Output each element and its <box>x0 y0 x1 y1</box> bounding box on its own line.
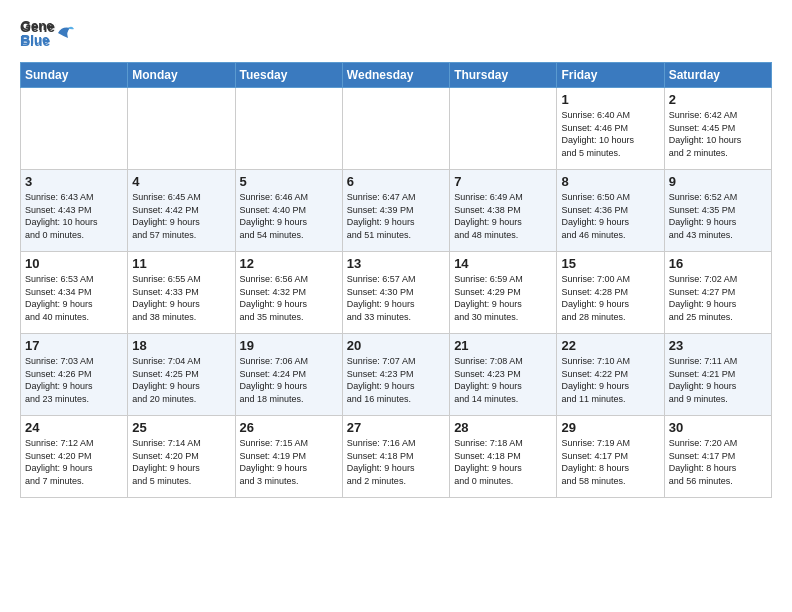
day-info: Sunrise: 7:02 AM Sunset: 4:27 PM Dayligh… <box>669 273 767 323</box>
day-cell: 10Sunrise: 6:53 AM Sunset: 4:34 PM Dayli… <box>21 252 128 334</box>
header-cell-saturday: Saturday <box>664 63 771 88</box>
day-info: Sunrise: 6:50 AM Sunset: 4:36 PM Dayligh… <box>561 191 659 241</box>
logo: General Blue <box>20 16 74 50</box>
day-cell: 20Sunrise: 7:07 AM Sunset: 4:23 PM Dayli… <box>342 334 449 416</box>
day-cell: 19Sunrise: 7:06 AM Sunset: 4:24 PM Dayli… <box>235 334 342 416</box>
day-cell: 7Sunrise: 6:49 AM Sunset: 4:38 PM Daylig… <box>450 170 557 252</box>
day-number: 16 <box>669 256 767 271</box>
day-cell: 2Sunrise: 6:42 AM Sunset: 4:45 PM Daylig… <box>664 88 771 170</box>
day-info: Sunrise: 7:15 AM Sunset: 4:19 PM Dayligh… <box>240 437 338 487</box>
day-cell: 15Sunrise: 7:00 AM Sunset: 4:28 PM Dayli… <box>557 252 664 334</box>
logo-blue: Blue <box>21 32 49 47</box>
day-cell: 9Sunrise: 6:52 AM Sunset: 4:35 PM Daylig… <box>664 170 771 252</box>
day-info: Sunrise: 7:14 AM Sunset: 4:20 PM Dayligh… <box>132 437 230 487</box>
day-number: 10 <box>25 256 123 271</box>
day-info: Sunrise: 7:10 AM Sunset: 4:22 PM Dayligh… <box>561 355 659 405</box>
day-info: Sunrise: 7:16 AM Sunset: 4:18 PM Dayligh… <box>347 437 445 487</box>
day-cell: 12Sunrise: 6:56 AM Sunset: 4:32 PM Dayli… <box>235 252 342 334</box>
day-info: Sunrise: 6:56 AM Sunset: 4:32 PM Dayligh… <box>240 273 338 323</box>
day-cell <box>128 88 235 170</box>
day-info: Sunrise: 6:43 AM Sunset: 4:43 PM Dayligh… <box>25 191 123 241</box>
day-number: 14 <box>454 256 552 271</box>
logo-general: General <box>21 18 54 33</box>
header-cell-sunday: Sunday <box>21 63 128 88</box>
day-number: 18 <box>132 338 230 353</box>
day-number: 11 <box>132 256 230 271</box>
day-info: Sunrise: 7:08 AM Sunset: 4:23 PM Dayligh… <box>454 355 552 405</box>
day-cell <box>21 88 128 170</box>
day-info: Sunrise: 7:18 AM Sunset: 4:18 PM Dayligh… <box>454 437 552 487</box>
week-row-5: 24Sunrise: 7:12 AM Sunset: 4:20 PM Dayli… <box>21 416 772 498</box>
day-info: Sunrise: 7:19 AM Sunset: 4:17 PM Dayligh… <box>561 437 659 487</box>
day-info: Sunrise: 7:04 AM Sunset: 4:25 PM Dayligh… <box>132 355 230 405</box>
day-cell: 5Sunrise: 6:46 AM Sunset: 4:40 PM Daylig… <box>235 170 342 252</box>
day-number: 19 <box>240 338 338 353</box>
page: General Blue SundayMondayTuesdayWednesda… <box>0 0 792 508</box>
week-row-4: 17Sunrise: 7:03 AM Sunset: 4:26 PM Dayli… <box>21 334 772 416</box>
day-number: 29 <box>561 420 659 435</box>
day-cell: 6Sunrise: 6:47 AM Sunset: 4:39 PM Daylig… <box>342 170 449 252</box>
day-info: Sunrise: 6:55 AM Sunset: 4:33 PM Dayligh… <box>132 273 230 323</box>
day-info: Sunrise: 6:45 AM Sunset: 4:42 PM Dayligh… <box>132 191 230 241</box>
day-cell: 16Sunrise: 7:02 AM Sunset: 4:27 PM Dayli… <box>664 252 771 334</box>
day-number: 6 <box>347 174 445 189</box>
day-number: 22 <box>561 338 659 353</box>
day-number: 17 <box>25 338 123 353</box>
day-cell: 13Sunrise: 6:57 AM Sunset: 4:30 PM Dayli… <box>342 252 449 334</box>
day-cell: 28Sunrise: 7:18 AM Sunset: 4:18 PM Dayli… <box>450 416 557 498</box>
day-cell: 25Sunrise: 7:14 AM Sunset: 4:20 PM Dayli… <box>128 416 235 498</box>
day-info: Sunrise: 6:59 AM Sunset: 4:29 PM Dayligh… <box>454 273 552 323</box>
day-cell <box>342 88 449 170</box>
day-info: Sunrise: 6:42 AM Sunset: 4:45 PM Dayligh… <box>669 109 767 159</box>
day-cell: 30Sunrise: 7:20 AM Sunset: 4:17 PM Dayli… <box>664 416 771 498</box>
day-number: 15 <box>561 256 659 271</box>
day-info: Sunrise: 7:12 AM Sunset: 4:20 PM Dayligh… <box>25 437 123 487</box>
day-number: 21 <box>454 338 552 353</box>
header-cell-tuesday: Tuesday <box>235 63 342 88</box>
day-info: Sunrise: 6:53 AM Sunset: 4:34 PM Dayligh… <box>25 273 123 323</box>
day-cell: 14Sunrise: 6:59 AM Sunset: 4:29 PM Dayli… <box>450 252 557 334</box>
day-cell: 29Sunrise: 7:19 AM Sunset: 4:17 PM Dayli… <box>557 416 664 498</box>
day-number: 26 <box>240 420 338 435</box>
day-number: 3 <box>25 174 123 189</box>
day-number: 1 <box>561 92 659 107</box>
day-info: Sunrise: 6:52 AM Sunset: 4:35 PM Dayligh… <box>669 191 767 241</box>
day-info: Sunrise: 6:46 AM Sunset: 4:40 PM Dayligh… <box>240 191 338 241</box>
day-number: 28 <box>454 420 552 435</box>
day-number: 2 <box>669 92 767 107</box>
day-info: Sunrise: 6:57 AM Sunset: 4:30 PM Dayligh… <box>347 273 445 323</box>
logo-bird-icon <box>56 24 74 42</box>
day-number: 7 <box>454 174 552 189</box>
calendar-table: SundayMondayTuesdayWednesdayThursdayFrid… <box>20 62 772 498</box>
day-info: Sunrise: 7:20 AM Sunset: 4:17 PM Dayligh… <box>669 437 767 487</box>
day-number: 4 <box>132 174 230 189</box>
logo-svg: General Blue <box>20 16 54 50</box>
day-cell: 8Sunrise: 6:50 AM Sunset: 4:36 PM Daylig… <box>557 170 664 252</box>
day-info: Sunrise: 6:40 AM Sunset: 4:46 PM Dayligh… <box>561 109 659 159</box>
day-number: 23 <box>669 338 767 353</box>
day-number: 8 <box>561 174 659 189</box>
day-info: Sunrise: 7:03 AM Sunset: 4:26 PM Dayligh… <box>25 355 123 405</box>
day-cell <box>235 88 342 170</box>
day-number: 25 <box>132 420 230 435</box>
day-cell: 4Sunrise: 6:45 AM Sunset: 4:42 PM Daylig… <box>128 170 235 252</box>
day-info: Sunrise: 7:00 AM Sunset: 4:28 PM Dayligh… <box>561 273 659 323</box>
day-cell: 27Sunrise: 7:16 AM Sunset: 4:18 PM Dayli… <box>342 416 449 498</box>
header-cell-wednesday: Wednesday <box>342 63 449 88</box>
header: General Blue <box>20 16 772 52</box>
day-number: 9 <box>669 174 767 189</box>
day-cell: 24Sunrise: 7:12 AM Sunset: 4:20 PM Dayli… <box>21 416 128 498</box>
day-cell: 18Sunrise: 7:04 AM Sunset: 4:25 PM Dayli… <box>128 334 235 416</box>
day-number: 5 <box>240 174 338 189</box>
day-number: 20 <box>347 338 445 353</box>
day-cell: 21Sunrise: 7:08 AM Sunset: 4:23 PM Dayli… <box>450 334 557 416</box>
header-cell-thursday: Thursday <box>450 63 557 88</box>
week-row-2: 3Sunrise: 6:43 AM Sunset: 4:43 PM Daylig… <box>21 170 772 252</box>
day-cell: 17Sunrise: 7:03 AM Sunset: 4:26 PM Dayli… <box>21 334 128 416</box>
day-info: Sunrise: 6:47 AM Sunset: 4:39 PM Dayligh… <box>347 191 445 241</box>
day-number: 12 <box>240 256 338 271</box>
week-row-1: 1Sunrise: 6:40 AM Sunset: 4:46 PM Daylig… <box>21 88 772 170</box>
header-row: SundayMondayTuesdayWednesdayThursdayFrid… <box>21 63 772 88</box>
day-number: 13 <box>347 256 445 271</box>
day-cell: 11Sunrise: 6:55 AM Sunset: 4:33 PM Dayli… <box>128 252 235 334</box>
